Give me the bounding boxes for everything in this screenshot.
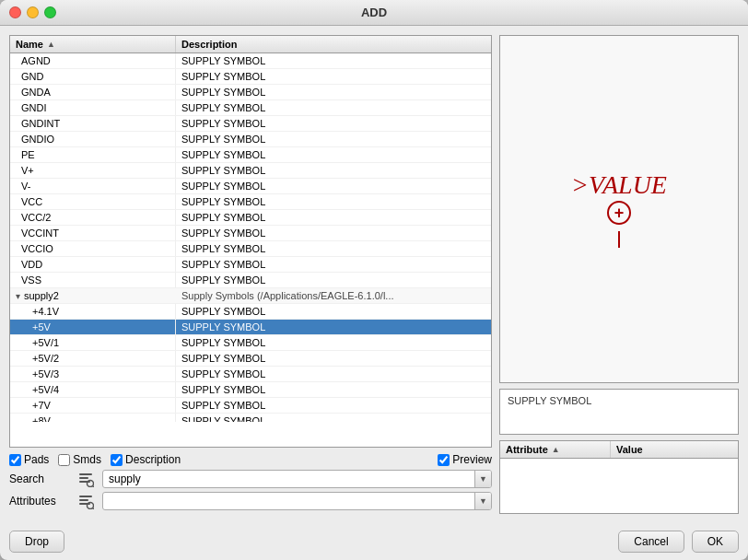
cell-name: GND [10,69,176,84]
attr-sort-icon: ▲ [552,445,560,454]
cell-name: +5V/1 [10,335,176,350]
symbol-circle-wrap: + [601,194,637,231]
description-option[interactable]: Description [111,453,181,466]
preview-checkbox[interactable] [438,454,450,466]
symbol-line [618,231,620,248]
description-checkbox[interactable] [111,454,123,466]
table-body[interactable]: AGNDSUPPLY SYMBOLGNDSUPPLY SYMBOLGNDASUP… [10,53,491,422]
search-dropdown-btn[interactable]: ▼ [474,471,491,487]
table-row[interactable]: GNDISUPPLY SYMBOL [10,100,491,116]
cell-description: SUPPLY SYMBOL [176,398,491,413]
table-row[interactable]: +5V/2SUPPLY SYMBOL [10,351,491,367]
cell-name: +5V/3 [10,367,176,381]
attributes-dropdown-btn[interactable]: ▼ [474,493,491,509]
table-row[interactable]: +5V/3SUPPLY SYMBOL [10,367,491,382]
cell-name: GNDA [10,85,176,99]
attribute-table: Attribute ▲ Value [499,440,739,514]
cell-description: SUPPLY SYMBOL [176,210,491,225]
attr-col-attribute: Attribute ▲ [500,441,611,458]
preview-option[interactable]: Preview [438,453,492,466]
cell-description: SUPPLY SYMBOL [176,53,491,68]
cell-description: SUPPLY SYMBOL [176,69,491,84]
cell-name: +4.1V [10,304,176,319]
table-row[interactable]: V-SUPPLY SYMBOL [10,179,491,194]
table-row[interactable]: +5VSUPPLY SYMBOL [10,320,491,335]
maximize-button[interactable] [44,6,56,18]
cell-description: SUPPLY SYMBOL [176,414,491,422]
cell-description: SUPPLY SYMBOL [176,116,491,131]
svg-rect-0 [79,473,92,475]
attr-table-header: Attribute ▲ Value [500,441,738,459]
cell-description: SUPPLY SYMBOL [176,257,491,272]
cell-name: V+ [10,163,176,178]
table-row[interactable]: AGNDSUPPLY SYMBOL [10,53,491,69]
table-row[interactable]: GNDSUPPLY SYMBOL [10,69,491,85]
cell-description: SUPPLY SYMBOL [176,226,491,240]
cell-description: SUPPLY SYMBOL [176,241,491,256]
table-row[interactable]: ▾ supply2Supply Symbols (/Applications/E… [10,288,491,304]
title-bar: ADD [0,0,748,26]
right-panel: >VALUE + SUPPLY SYMBOL Attribute [499,35,739,514]
table-row[interactable]: +8VSUPPLY SYMBOL [10,414,491,422]
svg-rect-6 [79,499,88,501]
table-row[interactable]: +7VSUPPLY SYMBOL [10,398,491,414]
attributes-input[interactable] [103,493,474,509]
add-dialog: ADD Name ▲ Description AGNDSUPPLY SYMBOL… [0,0,748,560]
minimize-button[interactable] [27,6,39,18]
table-row[interactable]: VCCIOSUPPLY SYMBOL [10,241,491,257]
table-row[interactable]: PESUPPLY SYMBOL [10,147,491,163]
table-row[interactable]: +5V/4SUPPLY SYMBOL [10,382,491,398]
table-row[interactable]: GNDINTSUPPLY SYMBOL [10,116,491,132]
description-text: SUPPLY SYMBOL [508,395,591,406]
ok-button[interactable]: OK [692,531,739,553]
group-expand-icon[interactable]: ▾ supply2 [10,288,176,303]
cell-description: SUPPLY SYMBOL [176,85,491,99]
table-row[interactable]: VDDSUPPLY SYMBOL [10,257,491,273]
cell-description: SUPPLY SYMBOL [176,304,491,319]
symbol-preview: >VALUE + [571,170,667,248]
component-table[interactable]: Name ▲ Description AGNDSUPPLY SYMBOLGNDS… [9,35,492,448]
cell-name: GNDI [10,100,176,115]
smds-option[interactable]: Smds [58,453,101,466]
table-row[interactable]: VCCSUPPLY SYMBOL [10,194,491,210]
search-row: Search ▼ [9,470,492,488]
cell-name: VSS [10,273,176,287]
table-row[interactable]: +4.1VSUPPLY SYMBOL [10,304,491,320]
table-row[interactable]: GNDASUPPLY SYMBOL [10,85,491,100]
table-row[interactable]: VCC/2SUPPLY SYMBOL [10,210,491,226]
table-row[interactable]: V+SUPPLY SYMBOL [10,163,491,179]
table-row[interactable]: VSSSUPPLY SYMBOL [10,273,491,288]
cell-name: VDD [10,257,176,272]
cell-description: SUPPLY SYMBOL [176,179,491,193]
table-row[interactable]: +5V/1SUPPLY SYMBOL [10,335,491,351]
cell-name: VCC [10,194,176,209]
svg-line-9 [93,508,95,510]
window-controls [9,6,56,18]
cell-name: +8V [10,414,176,422]
cell-description: SUPPLY SYMBOL [176,100,491,115]
drop-button[interactable]: Drop [9,531,64,553]
smds-checkbox[interactable] [58,454,70,466]
cell-description: SUPPLY SYMBOL [176,382,491,397]
cell-description: SUPPLY SYMBOL [176,320,491,334]
pads-checkbox[interactable] [9,454,21,466]
pads-option[interactable]: Pads [9,453,49,466]
table-row[interactable]: GNDIOSUPPLY SYMBOL [10,132,491,147]
close-button[interactable] [9,6,21,18]
description-area: SUPPLY SYMBOL [499,389,739,435]
cell-name: PE [10,147,176,162]
search-input[interactable] [103,471,474,487]
cancel-button[interactable]: Cancel [618,531,684,553]
cell-description: SUPPLY SYMBOL [176,273,491,287]
search-attributes-icon[interactable] [76,470,95,488]
symbol-circle: + [607,201,631,225]
attributes-search-icon[interactable] [76,492,95,510]
cell-name: V- [10,179,176,193]
cell-name: GNDINT [10,116,176,131]
search-input-wrap: ▼ [102,470,492,488]
svg-rect-1 [79,477,88,479]
cell-name: +5V [10,320,176,334]
window-title: ADD [361,6,387,19]
col-desc-header: Description [176,36,491,52]
table-row[interactable]: VCCINTSUPPLY SYMBOL [10,226,491,241]
